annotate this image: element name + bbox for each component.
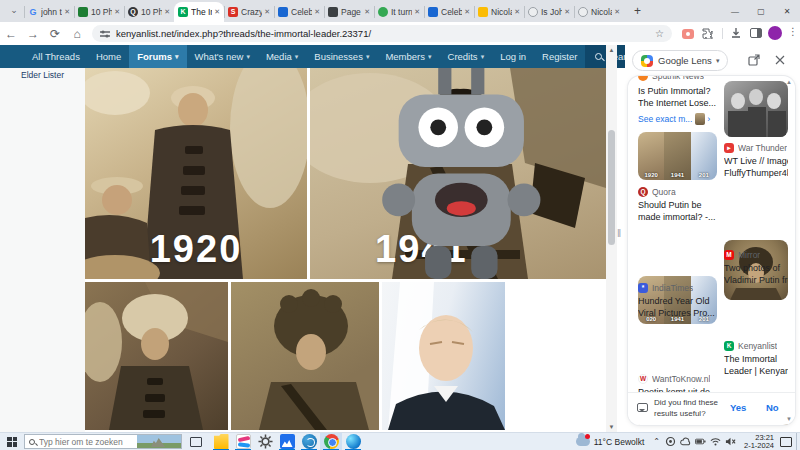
tab-search-icon[interactable]: ⌄ bbox=[6, 3, 22, 19]
battery-icon[interactable] bbox=[695, 436, 706, 447]
result-title[interactable]: Hundred Year Old bbox=[638, 295, 717, 307]
reload-icon[interactable]: ⟳ bbox=[44, 27, 66, 41]
scrollbar-thumb[interactable] bbox=[608, 130, 615, 245]
browser-tab[interactable]: 10 Pho ✕ bbox=[74, 2, 124, 22]
side-panel-icon[interactable] bbox=[750, 28, 762, 38]
lens-result-source-clipped[interactable]: Sputnik News bbox=[638, 76, 717, 82]
browser-tab-active[interactable]: K The Im ✕ bbox=[174, 2, 224, 22]
browser-tab[interactable]: It turn ✕ bbox=[374, 2, 424, 22]
back-icon[interactable]: ← bbox=[0, 27, 22, 41]
tab-close-icon[interactable]: ✕ bbox=[214, 8, 220, 16]
result-title[interactable]: The Internet Lose... bbox=[638, 97, 717, 109]
window-close-button[interactable]: ✕ bbox=[774, 7, 800, 16]
result-title[interactable]: made immortal? -... bbox=[638, 211, 717, 223]
result-title[interactable]: Vladimir Putin fro... bbox=[724, 274, 788, 286]
extensions-puzzle-icon[interactable] bbox=[702, 28, 713, 39]
page-scrollbar[interactable]: ▲ ▼ bbox=[606, 45, 617, 432]
result-title[interactable]: The Immortal bbox=[724, 353, 788, 365]
url-input[interactable] bbox=[116, 28, 651, 39]
register-link[interactable]: Register bbox=[534, 45, 585, 68]
scrollbar-up-icon[interactable]: ▲ bbox=[606, 47, 617, 53]
lens-selector-button[interactable]: Google Lens ▾ bbox=[632, 50, 728, 71]
taskbar-paint[interactable] bbox=[232, 433, 254, 450]
nav-credits[interactable]: Credits▾ bbox=[440, 45, 493, 68]
home-icon[interactable]: ⌂ bbox=[66, 27, 88, 41]
nav-home[interactable]: Home bbox=[88, 45, 129, 68]
taskbar-edge[interactable] bbox=[342, 433, 364, 450]
scrollbar-down-icon[interactable]: ▼ bbox=[606, 424, 617, 430]
close-panel-icon[interactable] bbox=[774, 54, 786, 66]
nav-media[interactable]: Media▾ bbox=[258, 45, 306, 68]
maximize-button[interactable]: ▢ bbox=[748, 7, 774, 16]
taskbar-chrome[interactable] bbox=[320, 433, 342, 450]
tab-close-icon[interactable]: ✕ bbox=[264, 8, 270, 16]
result-title[interactable]: FluffyThumper4k bbox=[724, 167, 788, 179]
tab-close-icon[interactable]: ✕ bbox=[564, 8, 570, 16]
taskbar-search-input[interactable] bbox=[39, 437, 125, 447]
tab-close-icon[interactable]: ✕ bbox=[314, 8, 320, 16]
tray-chevron-icon[interactable]: ⌃ bbox=[653, 437, 660, 446]
search-highlight-thumbnail[interactable] bbox=[137, 435, 181, 449]
result-title[interactable]: Two photos of bbox=[724, 262, 788, 274]
taskbar-weather-widget[interactable]: 11°C Bewolkt bbox=[576, 437, 645, 447]
lens-result-source[interactable]: K Kenyanlist bbox=[724, 340, 788, 352]
taskbar-search-box[interactable] bbox=[24, 434, 182, 449]
taskbar-settings[interactable] bbox=[254, 433, 276, 450]
result-title[interactable]: Should Putin be bbox=[638, 199, 717, 211]
volume-muted-icon[interactable] bbox=[725, 436, 736, 447]
taskbar-clock[interactable]: 23:21 2-1-2024 bbox=[744, 434, 774, 450]
profile-avatar[interactable] bbox=[768, 26, 782, 40]
elder-lister-label[interactable]: Elder Lister bbox=[0, 70, 85, 80]
result-title[interactable]: WT Live // Image by bbox=[724, 155, 788, 167]
lens-result-source[interactable]: Q Quora bbox=[638, 186, 717, 198]
browser-tab[interactable]: S Crazy ✕ bbox=[224, 2, 274, 22]
browser-tab[interactable]: Page n ✕ bbox=[324, 2, 374, 22]
result-title[interactable]: Leader | Kenyanlist bbox=[724, 365, 788, 377]
tab-close-icon[interactable]: ✕ bbox=[64, 8, 70, 16]
task-view-icon[interactable] bbox=[190, 437, 202, 447]
nav-whats-new[interactable]: What's new▾ bbox=[187, 45, 258, 68]
new-tab-button[interactable]: + bbox=[630, 4, 645, 19]
browser-tab[interactable]: G john t ✕ bbox=[24, 2, 74, 22]
extension-icon[interactable] bbox=[682, 29, 694, 39]
nav-members[interactable]: Members▾ bbox=[377, 45, 439, 68]
photo-1920-soldiers[interactable]: 1920 bbox=[85, 68, 307, 279]
tab-close-icon[interactable]: ✕ bbox=[614, 8, 620, 16]
site-settings-icon[interactable] bbox=[100, 29, 110, 39]
lens-result-source[interactable]: * IndiaTimes bbox=[638, 282, 717, 294]
side-panel-resize-handle[interactable]: ‖ bbox=[617, 228, 621, 239]
lens-result-source[interactable]: ▸ War Thunder bbox=[724, 142, 788, 154]
tab-close-icon[interactable]: ✕ bbox=[514, 8, 520, 16]
forward-icon[interactable]: → bbox=[22, 27, 44, 41]
browser-tab[interactable]: Nicola ✕ bbox=[474, 2, 524, 22]
taskbar-your-phone[interactable] bbox=[298, 433, 320, 450]
address-bar[interactable]: ☆ bbox=[92, 25, 672, 42]
open-in-new-icon[interactable] bbox=[748, 54, 760, 66]
start-button[interactable] bbox=[0, 433, 24, 450]
bookmark-star-icon[interactable]: ☆ bbox=[655, 28, 664, 39]
nav-forums[interactable]: Forums▾ bbox=[129, 45, 186, 68]
feedback-no-button[interactable]: No bbox=[766, 402, 779, 413]
action-center-icon[interactable] bbox=[780, 437, 792, 447]
tab-close-icon[interactable]: ✕ bbox=[164, 8, 170, 16]
browser-tab[interactable]: Celebr ✕ bbox=[424, 2, 474, 22]
feedback-yes-button[interactable]: Yes bbox=[730, 402, 746, 413]
tab-close-icon[interactable]: ✕ bbox=[414, 8, 420, 16]
show-desktop-button[interactable] bbox=[796, 433, 800, 450]
photo-1941-tanker[interactable]: 1941 bbox=[310, 68, 606, 279]
lens-result-source[interactable]: W WantToKnow.nl bbox=[638, 373, 717, 385]
browser-tab[interactable]: Is Joh ✕ bbox=[524, 2, 574, 22]
nav-businesses[interactable]: Businesses▾ bbox=[306, 45, 377, 68]
result-title[interactable]: Is Putin Immortal? bbox=[638, 85, 717, 97]
result-image[interactable] bbox=[724, 81, 788, 137]
tab-close-icon[interactable]: ✕ bbox=[464, 8, 470, 16]
result-image-collage[interactable]: 1920 1941 201 bbox=[638, 132, 717, 180]
security-tray-icon[interactable] bbox=[665, 436, 676, 447]
photo-putin-modern[interactable] bbox=[382, 282, 505, 430]
nav-all-threads[interactable]: All Threads bbox=[24, 45, 88, 68]
browser-tab[interactable]: Nicola ✕ bbox=[574, 2, 624, 22]
see-exact-match-link[interactable]: See exact m... › bbox=[638, 113, 717, 125]
photo-1941-tanker-closeup[interactable] bbox=[231, 282, 379, 430]
minimize-button[interactable]: — bbox=[722, 7, 748, 16]
taskbar-photos[interactable] bbox=[276, 433, 298, 450]
